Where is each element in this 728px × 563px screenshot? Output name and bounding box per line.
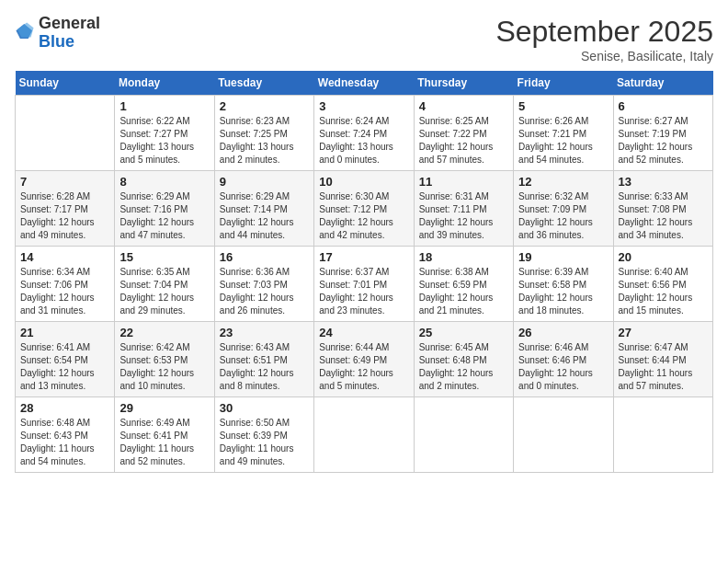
calendar-cell: 13Sunrise: 6:33 AMSunset: 7:08 PMDayligh…	[613, 171, 712, 247]
calendar-cell: 8Sunrise: 6:29 AMSunset: 7:16 PMDaylight…	[115, 171, 214, 247]
day-number: 6	[619, 99, 708, 113]
day-number: 19	[518, 250, 608, 264]
calendar-cell: 7Sunrise: 6:28 AMSunset: 7:17 PMDaylight…	[16, 171, 115, 247]
calendar-cell: 23Sunrise: 6:43 AMSunset: 6:51 PMDayligh…	[214, 322, 313, 397]
calendar-cell: 17Sunrise: 6:37 AMSunset: 7:01 PMDayligh…	[314, 247, 414, 322]
cell-info: Sunrise: 6:38 AMSunset: 6:59 PMDaylight:…	[419, 266, 508, 317]
location-subtitle: Senise, Basilicate, Italy	[495, 49, 713, 63]
calendar-header: SundayMondayTuesdayWednesdayThursdayFrid…	[16, 71, 713, 96]
logo-icon	[15, 21, 35, 45]
cell-info: Sunrise: 6:24 AMSunset: 7:24 PMDaylight:…	[319, 115, 408, 167]
calendar-cell	[514, 397, 613, 473]
day-number: 20	[619, 250, 708, 264]
cell-info: Sunrise: 6:29 AMSunset: 7:16 PMDaylight:…	[119, 190, 209, 242]
day-number: 4	[419, 99, 508, 113]
cell-info: Sunrise: 6:45 AMSunset: 6:48 PMDaylight:…	[419, 341, 508, 393]
day-number: 22	[119, 326, 209, 339]
day-number: 15	[119, 250, 209, 264]
calendar-cell: 28Sunrise: 6:48 AMSunset: 6:43 PMDayligh…	[16, 397, 115, 473]
cell-info: Sunrise: 6:30 AMSunset: 7:12 PMDaylight:…	[319, 190, 408, 242]
header-cell-wednesday: Wednesday	[314, 71, 414, 96]
cell-info: Sunrise: 6:37 AMSunset: 7:01 PMDaylight:…	[319, 266, 408, 317]
day-number: 23	[220, 326, 309, 339]
day-number: 27	[619, 326, 708, 339]
calendar-cell	[613, 397, 712, 473]
cell-info: Sunrise: 6:29 AMSunset: 7:14 PMDaylight:…	[220, 190, 309, 242]
day-number: 1	[119, 99, 209, 113]
calendar-cell	[314, 397, 414, 473]
calendar-cell: 11Sunrise: 6:31 AMSunset: 7:11 PMDayligh…	[414, 171, 513, 247]
calendar-cell: 3Sunrise: 6:24 AMSunset: 7:24 PMDaylight…	[314, 96, 414, 171]
cell-info: Sunrise: 6:47 AMSunset: 6:44 PMDaylight:…	[619, 341, 708, 393]
week-row: 14Sunrise: 6:34 AMSunset: 7:06 PMDayligh…	[16, 247, 713, 322]
calendar-cell: 27Sunrise: 6:47 AMSunset: 6:44 PMDayligh…	[613, 322, 712, 397]
calendar-cell: 30Sunrise: 6:50 AMSunset: 6:39 PMDayligh…	[214, 397, 313, 473]
day-number: 2	[220, 99, 309, 113]
week-row: 7Sunrise: 6:28 AMSunset: 7:17 PMDaylight…	[16, 171, 713, 247]
calendar-cell: 26Sunrise: 6:46 AMSunset: 6:46 PMDayligh…	[514, 322, 613, 397]
calendar-cell: 24Sunrise: 6:44 AMSunset: 6:49 PMDayligh…	[314, 322, 414, 397]
calendar-cell: 14Sunrise: 6:34 AMSunset: 7:06 PMDayligh…	[16, 247, 115, 322]
day-number: 16	[220, 250, 309, 264]
title-block: September 2025 Senise, Basilicate, Italy	[495, 15, 713, 63]
cell-info: Sunrise: 6:48 AMSunset: 6:43 PMDaylight:…	[20, 417, 109, 468]
calendar-cell: 4Sunrise: 6:25 AMSunset: 7:22 PMDaylight…	[414, 96, 513, 171]
cell-info: Sunrise: 6:25 AMSunset: 7:22 PMDaylight:…	[419, 115, 508, 167]
header-cell-sunday: Sunday	[16, 71, 115, 96]
logo: General Blue	[15, 15, 100, 52]
calendar-cell: 16Sunrise: 6:36 AMSunset: 7:03 PMDayligh…	[214, 247, 313, 322]
month-title: September 2025	[495, 15, 713, 49]
day-number: 28	[20, 401, 109, 415]
cell-info: Sunrise: 6:42 AMSunset: 6:53 PMDaylight:…	[119, 341, 209, 393]
calendar-cell: 5Sunrise: 6:26 AMSunset: 7:21 PMDaylight…	[514, 96, 613, 171]
calendar-table: SundayMondayTuesdayWednesdayThursdayFrid…	[15, 71, 713, 473]
calendar-cell: 20Sunrise: 6:40 AMSunset: 6:56 PMDayligh…	[613, 247, 712, 322]
header-cell-saturday: Saturday	[613, 71, 712, 96]
cell-info: Sunrise: 6:22 AMSunset: 7:27 PMDaylight:…	[119, 115, 209, 167]
cell-info: Sunrise: 6:36 AMSunset: 7:03 PMDaylight:…	[220, 266, 309, 317]
cell-info: Sunrise: 6:40 AMSunset: 6:56 PMDaylight:…	[619, 266, 708, 317]
cell-info: Sunrise: 6:34 AMSunset: 7:06 PMDaylight:…	[20, 266, 109, 317]
day-number: 29	[119, 401, 209, 415]
day-number: 10	[319, 175, 408, 189]
page-header: General Blue September 2025 Senise, Basi…	[15, 15, 713, 63]
cell-info: Sunrise: 6:28 AMSunset: 7:17 PMDaylight:…	[20, 190, 109, 242]
calendar-cell: 6Sunrise: 6:27 AMSunset: 7:19 PMDaylight…	[613, 96, 712, 171]
cell-info: Sunrise: 6:43 AMSunset: 6:51 PMDaylight:…	[220, 341, 309, 393]
day-number: 30	[220, 401, 309, 415]
calendar-cell: 21Sunrise: 6:41 AMSunset: 6:54 PMDayligh…	[16, 322, 115, 397]
calendar-cell: 25Sunrise: 6:45 AMSunset: 6:48 PMDayligh…	[414, 322, 513, 397]
calendar-cell: 15Sunrise: 6:35 AMSunset: 7:04 PMDayligh…	[115, 247, 214, 322]
cell-info: Sunrise: 6:35 AMSunset: 7:04 PMDaylight:…	[119, 266, 209, 317]
cell-info: Sunrise: 6:27 AMSunset: 7:19 PMDaylight:…	[619, 115, 708, 167]
header-cell-tuesday: Tuesday	[214, 71, 313, 96]
day-number: 12	[518, 175, 608, 189]
day-number: 9	[220, 175, 309, 189]
day-number: 11	[419, 175, 508, 189]
header-cell-friday: Friday	[514, 71, 613, 96]
cell-info: Sunrise: 6:23 AMSunset: 7:25 PMDaylight:…	[220, 115, 309, 167]
cell-info: Sunrise: 6:32 AMSunset: 7:09 PMDaylight:…	[518, 190, 608, 242]
day-number: 18	[419, 250, 508, 264]
logo-text: General Blue	[39, 15, 100, 52]
calendar-body: 1Sunrise: 6:22 AMSunset: 7:27 PMDaylight…	[16, 96, 713, 473]
day-number: 21	[20, 326, 109, 339]
day-number: 5	[518, 99, 608, 113]
calendar-cell	[414, 397, 513, 473]
calendar-cell: 18Sunrise: 6:38 AMSunset: 6:59 PMDayligh…	[414, 247, 513, 322]
calendar-cell: 2Sunrise: 6:23 AMSunset: 7:25 PMDaylight…	[214, 96, 313, 171]
calendar-cell: 1Sunrise: 6:22 AMSunset: 7:27 PMDaylight…	[115, 96, 214, 171]
cell-info: Sunrise: 6:41 AMSunset: 6:54 PMDaylight:…	[20, 341, 109, 393]
day-number: 8	[119, 175, 209, 189]
calendar-cell: 12Sunrise: 6:32 AMSunset: 7:09 PMDayligh…	[514, 171, 613, 247]
day-number: 3	[319, 99, 408, 113]
day-number: 25	[419, 326, 508, 339]
week-row: 1Sunrise: 6:22 AMSunset: 7:27 PMDaylight…	[16, 96, 713, 171]
day-number: 26	[518, 326, 608, 339]
week-row: 28Sunrise: 6:48 AMSunset: 6:43 PMDayligh…	[16, 397, 713, 473]
calendar-cell: 10Sunrise: 6:30 AMSunset: 7:12 PMDayligh…	[314, 171, 414, 247]
cell-info: Sunrise: 6:26 AMSunset: 7:21 PMDaylight:…	[518, 115, 608, 167]
week-row: 21Sunrise: 6:41 AMSunset: 6:54 PMDayligh…	[16, 322, 713, 397]
day-number: 17	[319, 250, 408, 264]
cell-info: Sunrise: 6:44 AMSunset: 6:49 PMDaylight:…	[319, 341, 408, 393]
